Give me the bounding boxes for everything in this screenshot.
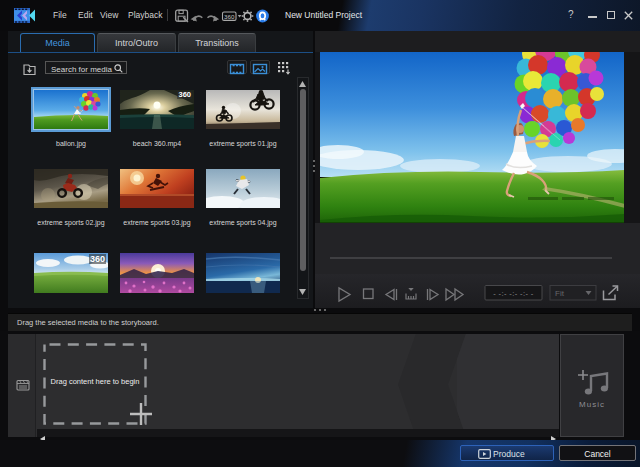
svg-text:- -:- -:- -:- -: - -:- -:- -:- - xyxy=(493,289,534,298)
svg-text:360: 360 xyxy=(224,13,235,20)
svg-text:Fit: Fit xyxy=(555,289,565,298)
